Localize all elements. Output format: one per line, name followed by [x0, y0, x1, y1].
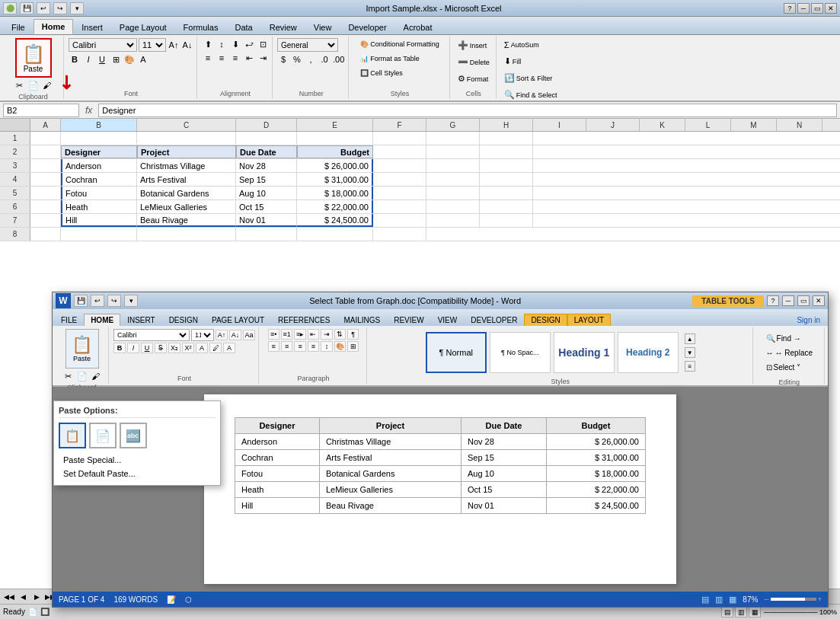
excel-fill-color-btn[interactable]: 🎨: [123, 53, 136, 65]
word-tab-pagelayout[interactable]: PAGE LAYOUT: [205, 314, 271, 326]
excel-cell-e6[interactable]: $ 22,000.00: [297, 200, 373, 213]
excel-cell-h7[interactable]: [480, 214, 533, 227]
excel-dec-increase-btn[interactable]: .0: [318, 53, 331, 65]
word-tab-view[interactable]: VIEW: [431, 314, 465, 326]
excel-name-box[interactable]: [3, 104, 79, 117]
word-view-icon3[interactable]: ▦: [729, 595, 736, 605]
excel-cell-b1[interactable]: [61, 132, 137, 145]
word-bullets-btn[interactable]: ≡•: [268, 329, 279, 340]
excel-cell-d1[interactable]: [236, 132, 297, 145]
excel-cell-f1[interactable]: [373, 132, 426, 145]
excel-cell-f4[interactable]: [373, 173, 426, 186]
excel-cell-e8[interactable]: [297, 228, 373, 241]
excel-cell-g7[interactable]: [426, 214, 480, 227]
excel-col-k-header[interactable]: K: [640, 119, 685, 131]
excel-cell-b6[interactable]: Heath: [61, 200, 137, 213]
excel-percent-btn[interactable]: %: [291, 53, 303, 65]
excel-page-break-view-btn[interactable]: ▦: [749, 607, 761, 617]
excel-insert-btn[interactable]: ➕ Insert: [455, 38, 493, 53]
excel-cell-g6[interactable]: [426, 200, 480, 213]
excel-col-i-header[interactable]: I: [533, 119, 586, 131]
excel-copy-btn[interactable]: 📄: [27, 79, 40, 91]
excel-tab-view[interactable]: View: [305, 20, 340, 34]
excel-cell-e3[interactable]: $ 26,000.00: [297, 159, 373, 172]
excel-cell-b7[interactable]: Hill: [61, 214, 137, 227]
excel-cell-e2[interactable]: Budget: [297, 145, 373, 158]
excel-tab-nav-next[interactable]: ▶: [30, 591, 43, 603]
excel-cell-g5[interactable]: [426, 187, 480, 199]
excel-cell-d8[interactable]: [236, 228, 297, 241]
paste-keep-text-btn[interactable]: 🔤: [120, 423, 147, 448]
excel-cell-e4[interactable]: $ 31,000.00: [297, 173, 373, 186]
excel-fill-btn[interactable]: ⬇ Fill: [501, 54, 561, 69]
excel-align-left-btn[interactable]: ≡: [202, 52, 214, 64]
excel-tab-file[interactable]: File: [3, 20, 34, 34]
excel-layout-view-btn[interactable]: ▥: [735, 607, 747, 617]
excel-cell-f3[interactable]: [373, 159, 426, 172]
excel-indent-inc-btn[interactable]: ⇥: [257, 52, 269, 64]
excel-cell-b2[interactable]: Designer: [61, 145, 137, 158]
word-undo-btn[interactable]: ↩: [91, 295, 104, 307]
excel-tab-developer[interactable]: Developer: [340, 20, 394, 34]
excel-cut-btn[interactable]: ✂: [14, 79, 26, 91]
excel-cell-e1[interactable]: [297, 132, 373, 145]
word-text-effects-btn[interactable]: A: [196, 343, 208, 353]
excel-minimize-btn[interactable]: ─: [797, 3, 810, 14]
word-select-btn[interactable]: ⊡ Select ˅: [761, 361, 818, 374]
excel-save-btn[interactable]: 💾: [20, 2, 34, 14]
word-show-format-btn[interactable]: ¶: [347, 329, 359, 340]
excel-col-m-header[interactable]: M: [731, 119, 777, 131]
word-tab-references[interactable]: REFERENCES: [271, 314, 337, 326]
excel-cell-f8[interactable]: [373, 228, 426, 241]
word-styles-scroll-down[interactable]: ▼: [685, 347, 695, 358]
excel-cell-f7[interactable]: [373, 214, 426, 227]
excel-format-btn[interactable]: ⚙ Format: [455, 72, 493, 86]
excel-formula-input[interactable]: [98, 104, 837, 117]
word-cut-btn[interactable]: ✂: [62, 370, 75, 382]
word-line-spacing-btn[interactable]: ↕: [321, 341, 332, 352]
excel-col-c-header[interactable]: C: [137, 119, 236, 131]
excel-cell-a6[interactable]: [30, 200, 61, 213]
excel-cell-c7[interactable]: Beau Rivage: [137, 214, 236, 227]
excel-tab-nav-prev[interactable]: ◀: [17, 591, 29, 603]
word-tab-layout[interactable]: LAYOUT: [567, 314, 611, 326]
excel-cell-c6[interactable]: LeMieux Galleries: [137, 200, 236, 213]
excel-cell-c4[interactable]: Arts Festival: [137, 173, 236, 186]
excel-cell-d5[interactable]: Aug 10: [236, 187, 297, 199]
excel-cell-e5[interactable]: $ 18,000.00: [297, 187, 373, 199]
excel-border-btn[interactable]: ⊞: [110, 53, 122, 65]
excel-cell-e7[interactable]: $ 24,500.00: [297, 214, 373, 227]
word-view-icon2[interactable]: ▥: [715, 595, 723, 605]
excel-undo-btn[interactable]: ↩: [37, 2, 50, 14]
word-styles-scroll-up[interactable]: ▲: [685, 333, 695, 344]
excel-align-center-btn[interactable]: ≡: [216, 52, 228, 64]
word-font-color-btn[interactable]: A: [223, 343, 235, 353]
paste-special-item[interactable]: Paste Special...: [59, 453, 216, 467]
excel-format-table-btn[interactable]: 📊 Format as Table: [356, 53, 443, 65]
word-copy-btn[interactable]: 📄: [76, 370, 88, 382]
excel-align-middle-btn[interactable]: ↕: [216, 38, 228, 50]
excel-find-select-btn[interactable]: 🔍 Find & Select: [501, 88, 561, 102]
paste-default-item[interactable]: Set Default Paste...: [59, 467, 216, 480]
word-paste-btn[interactable]: 📋 Paste: [65, 329, 99, 369]
excel-cell-b4[interactable]: Cochran: [61, 173, 137, 186]
excel-cell-a4[interactable]: [30, 173, 61, 186]
word-font-grow-btn[interactable]: A↑: [216, 330, 228, 340]
word-zoom-plus[interactable]: +: [818, 595, 822, 603]
excel-cell-a3[interactable]: [30, 159, 61, 172]
word-style-h2[interactable]: Heading 2: [618, 332, 679, 373]
excel-col-n-header[interactable]: N: [777, 119, 822, 131]
excel-col-g-header[interactable]: G: [426, 119, 480, 131]
excel-cell-b8[interactable]: [61, 228, 137, 241]
word-find-btn[interactable]: 🔍 Find →: [761, 332, 818, 345]
excel-cell-d3[interactable]: Nov 28: [236, 159, 297, 172]
excel-col-d-header[interactable]: D: [236, 119, 297, 131]
word-tab-mailings[interactable]: MAILINGS: [337, 314, 387, 326]
excel-redo-btn[interactable]: ↪: [53, 2, 67, 14]
excel-customize-btn[interactable]: ▾: [70, 2, 84, 14]
excel-tab-insert[interactable]: Insert: [73, 20, 111, 34]
excel-dollar-btn[interactable]: $: [277, 53, 289, 65]
excel-cell-c8[interactable]: [137, 228, 236, 241]
word-save-btn[interactable]: 💾: [74, 295, 88, 307]
excel-cell-f2[interactable]: [373, 145, 426, 158]
